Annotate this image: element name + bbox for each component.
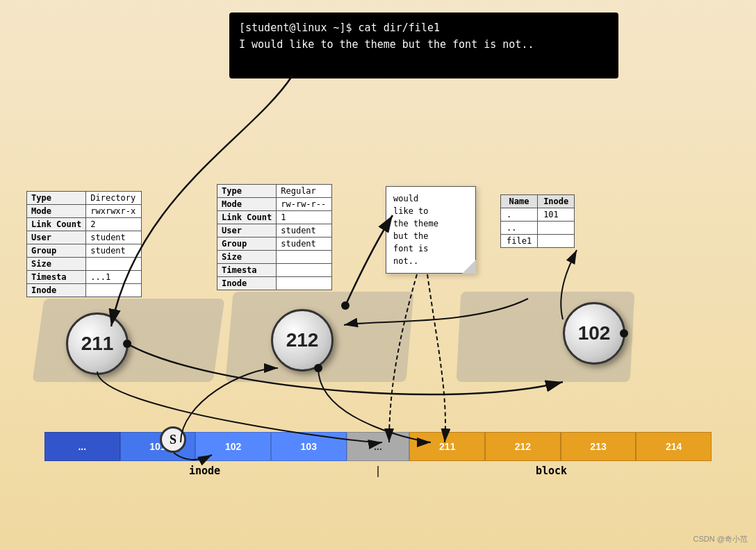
label-block: block [385, 465, 718, 477]
field-type2: Type [217, 185, 277, 198]
val-user2: student [277, 224, 332, 238]
field-mode2: Mode [217, 198, 277, 211]
terminal-command: [student@linux ~]$ cat dir/file1 [239, 19, 609, 36]
terminal-box: [student@linux ~]$ cat dir/file1 I would… [229, 12, 618, 78]
field-group2: Group [217, 238, 277, 251]
val-inode [86, 284, 142, 297]
disk-bar: ... 101 102 103 ... 211 212 213 214 [44, 432, 712, 461]
field-linkcount2: Link Count [217, 211, 277, 224]
inode-circle-102: 102 [563, 302, 625, 365]
inode-file-table: TypeRegular Moderw-rw-r-- Link Count1 Us… [217, 184, 332, 290]
inode-circle-212: 212 [271, 309, 334, 372]
label-inode: inode [38, 465, 371, 477]
watermark: CSDN @奇小范 [693, 534, 748, 544]
field-user: User [27, 231, 86, 244]
col-inode: Inode [538, 195, 575, 208]
dir-inode-dot: 101 [538, 208, 575, 222]
val-timestamp2 [277, 264, 332, 277]
seg-103: 103 [271, 432, 347, 461]
seg-213: 213 [561, 432, 636, 461]
inode-circle-211: 211 [66, 312, 129, 375]
file-content-note: would like to the theme but the font is … [386, 186, 476, 274]
val-mode2: rw-rw-r-- [277, 198, 332, 211]
col-name: Name [501, 195, 538, 208]
val-user: student [86, 231, 142, 244]
s-circle: S [160, 426, 186, 453]
field-user2: User [217, 224, 277, 238]
disk-bar-wrapper: ... 101 102 103 ... 211 212 213 214 inod… [38, 432, 718, 477]
inode-number-212: 212 [286, 329, 319, 351]
label-separator: | [371, 465, 385, 477]
field-group: Group [27, 244, 86, 258]
seg-dots-mid: ... [347, 432, 410, 461]
dir-name-dotdot: .. [501, 222, 538, 235]
val-linkcount: 2 [86, 218, 142, 231]
inode-number-211: 211 [81, 333, 114, 355]
s-label: S [170, 433, 176, 447]
val-group: student [86, 244, 142, 258]
field-linkcount: Link Count [27, 218, 86, 231]
inode-dir-table: TypeDirectory Moderwxrwxr-x Link Count2 … [26, 191, 142, 297]
file-content-text: would like to the theme but the font is … [393, 194, 438, 266]
seg-212: 212 [485, 432, 561, 461]
field-size: Size [27, 258, 86, 271]
seg-211: 211 [409, 432, 485, 461]
val-size2 [277, 251, 332, 264]
val-timestamp: ...1 [86, 271, 142, 284]
terminal-output: I would like to the theme but the font i… [239, 36, 609, 53]
main-container: [student@linux ~]$ cat dir/file1 I would… [0, 0, 756, 550]
field-type: Type [27, 192, 86, 205]
val-mode: rwxrwxr-x [86, 205, 142, 218]
val-inode2 [277, 277, 332, 290]
dir-listing-table: Name Inode . 101 .. file1 [500, 194, 575, 248]
field-mode: Mode [27, 205, 86, 218]
seg-102: 102 [195, 432, 271, 461]
dir-inode-file1 [538, 235, 575, 248]
dir-name-dot: . [501, 208, 538, 222]
disk-labels: inode | block [38, 465, 718, 477]
val-size [86, 258, 142, 271]
dir-inode-dotdot [538, 222, 575, 235]
seg-214: 214 [636, 432, 712, 461]
val-linkcount2: 1 [277, 211, 332, 224]
field-inode: Inode [27, 284, 86, 297]
seg-dots-left: ... [44, 432, 120, 461]
field-timestamp: Timesta [27, 271, 86, 284]
dir-name-file1: file1 [501, 235, 538, 248]
field-inode2: Inode [217, 277, 277, 290]
val-type: Directory [86, 192, 142, 205]
field-timestamp2: Timesta [217, 264, 277, 277]
shadow-dir [33, 299, 225, 382]
inode-number-102: 102 [578, 322, 611, 344]
val-group2: student [277, 238, 332, 251]
val-type2: Regular [277, 185, 332, 198]
field-size2: Size [217, 251, 277, 264]
